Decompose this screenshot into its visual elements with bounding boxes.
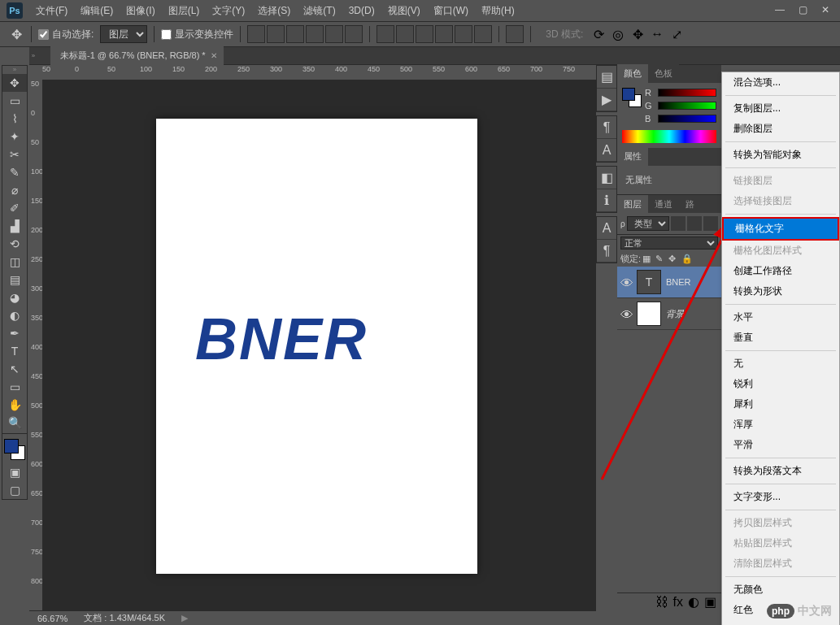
maximize-button[interactable]: ▢ — [791, 2, 814, 18]
canvas[interactable]: BNER — [156, 119, 477, 574]
context-menu-item[interactable]: 转换为段落文本 — [722, 461, 839, 481]
history-panel-icon[interactable]: ▤ — [597, 66, 616, 89]
context-menu-item[interactable]: 平滑 — [722, 435, 839, 455]
shape-tool[interactable]: ▭ — [2, 378, 27, 396]
layer-thumb-text[interactable]: T — [637, 270, 661, 294]
marquee-tool[interactable]: ▭ — [2, 92, 27, 110]
context-menu-item[interactable]: 栅格化文字 — [722, 217, 839, 241]
foreground-color[interactable] — [4, 439, 19, 454]
brush-tool[interactable]: ✐ — [2, 199, 27, 217]
minimize-button[interactable]: — — [768, 2, 791, 18]
lock-position-icon[interactable]: ✥ — [668, 254, 680, 265]
align-vcenter-icon[interactable] — [267, 25, 285, 43]
auto-select-dropdown[interactable]: 图层 — [100, 25, 147, 43]
align-top-icon[interactable] — [247, 25, 265, 43]
quickmask-tool[interactable]: ▣ — [2, 463, 27, 481]
char-style-icon[interactable]: A — [597, 217, 616, 240]
menu-type[interactable]: 文字(Y) — [206, 4, 251, 18]
mask-icon[interactable]: ◐ — [688, 594, 699, 610]
blend-mode-dropdown[interactable]: 正常 — [620, 237, 718, 250]
navigator-panel-icon[interactable]: ◧ — [597, 167, 616, 189]
character-panel-icon[interactable]: ¶ — [597, 116, 616, 139]
paths-tab[interactable]: 路 — [679, 195, 701, 213]
align-right-icon[interactable] — [345, 25, 363, 43]
history-brush-tool[interactable]: ⟲ — [2, 235, 27, 253]
auto-select-checkbox[interactable]: 自动选择: — [38, 28, 94, 41]
r-slider[interactable] — [658, 89, 716, 97]
distribute-icon[interactable] — [455, 25, 472, 43]
path-selection-tool[interactable]: ↖ — [2, 360, 27, 378]
info-panel-icon[interactable]: ℹ — [597, 189, 616, 212]
lock-transparency-icon[interactable]: ▦ — [642, 254, 654, 265]
3d-orbit-icon[interactable]: ⟳ — [590, 25, 607, 43]
dodge-tool[interactable]: ◐ — [2, 306, 27, 324]
context-menu-item[interactable]: 垂直 — [722, 328, 839, 348]
g-slider[interactable] — [658, 102, 716, 110]
layers-tab[interactable]: 图层 — [617, 195, 648, 213]
distribute-icon[interactable] — [376, 25, 394, 43]
show-transform-checkbox[interactable]: 显示变换控件 — [161, 28, 233, 41]
context-menu-item[interactable]: 混合选项... — [722, 72, 839, 93]
eyedropper-tool[interactable]: ✎ — [2, 163, 27, 181]
color-preview[interactable] — [622, 88, 642, 107]
context-menu-item[interactable]: 橙色 — [722, 620, 839, 625]
menu-window[interactable]: 窗口(W) — [427, 4, 475, 18]
properties-tab[interactable]: 属性 — [617, 147, 648, 166]
actions-panel-icon[interactable]: ▶ — [597, 89, 616, 111]
healing-brush-tool[interactable]: ⌀ — [2, 181, 27, 199]
context-menu-item[interactable]: 锐利 — [722, 374, 839, 394]
distribute-icon[interactable] — [396, 25, 414, 43]
pen-tool[interactable]: ✒ — [2, 324, 27, 342]
menu-help[interactable]: 帮助(H) — [475, 4, 521, 18]
zoom-level[interactable]: 66.67% — [37, 614, 67, 623]
layer-item-text[interactable]: 👁 T BNER — [617, 267, 721, 298]
context-menu-item[interactable]: 水平 — [722, 307, 839, 328]
paragraph-panel-icon[interactable]: A — [597, 139, 616, 162]
spectrum-bar[interactable] — [622, 130, 716, 143]
menu-image[interactable]: 图像(I) — [120, 4, 161, 18]
tools-collapse-icon[interactable]: » — [2, 66, 27, 74]
zoom-tool[interactable]: 🔍 — [2, 414, 27, 432]
auto-select-input[interactable] — [38, 29, 49, 40]
screen-mode-tool[interactable]: ▢ — [2, 481, 27, 499]
para-style-icon[interactable]: ¶ — [597, 240, 616, 263]
layer-thumb-bg[interactable] — [637, 302, 661, 326]
lasso-tool[interactable]: ⌇ — [2, 110, 27, 128]
align-bottom-icon[interactable] — [286, 25, 304, 43]
distribute-icon[interactable] — [435, 25, 453, 43]
fx-icon[interactable]: fx — [673, 595, 683, 610]
filter-type-icon[interactable] — [703, 216, 718, 231]
type-tool[interactable]: T — [2, 342, 27, 360]
distribute-icon[interactable] — [474, 25, 492, 43]
eraser-tool[interactable]: ◫ — [2, 253, 27, 271]
stamp-tool[interactable]: ▟ — [2, 217, 27, 235]
context-menu-item[interactable]: 犀利 — [722, 394, 839, 414]
channels-tab[interactable]: 通道 — [648, 195, 679, 213]
document-tab[interactable]: 未标题-1 @ 66.7% (BNER, RGB/8) * ✕ — [50, 46, 224, 65]
tab-close-icon[interactable]: ✕ — [211, 51, 217, 60]
visibility-icon[interactable]: 👁 — [620, 308, 632, 319]
context-menu-item[interactable]: 转换为智能对象 — [722, 145, 839, 165]
3d-pan-icon[interactable]: ✥ — [629, 25, 646, 43]
menu-edit[interactable]: 编辑(E) — [74, 4, 120, 18]
context-menu-item[interactable]: 转换为形状 — [722, 281, 839, 302]
visibility-icon[interactable]: 👁 — [620, 276, 632, 288]
menu-layer[interactable]: 图层(L) — [162, 4, 207, 18]
layer-item-background[interactable]: 👁 背景 — [617, 298, 721, 330]
menu-view[interactable]: 视图(V) — [381, 4, 427, 18]
move-tool[interactable]: ✥ — [2, 74, 27, 92]
color-tab[interactable]: 颜色 — [617, 64, 648, 83]
filter-kind-dropdown[interactable]: 类型 — [627, 216, 669, 231]
color-swatch[interactable] — [4, 439, 25, 460]
menu-3d[interactable]: 3D(D) — [342, 5, 381, 16]
filter-pixel-icon[interactable] — [671, 216, 685, 231]
close-button[interactable]: ✕ — [814, 2, 837, 18]
context-menu-item[interactable]: 浑厚 — [722, 414, 839, 435]
link-layers-icon[interactable]: ⛓ — [655, 595, 668, 610]
gradient-tool[interactable]: ▤ — [2, 271, 27, 289]
3d-roll-icon[interactable]: ◎ — [609, 25, 627, 43]
magic-wand-tool[interactable]: ✦ — [2, 128, 27, 145]
menu-select[interactable]: 选择(S) — [251, 4, 297, 18]
3d-zoom-icon[interactable]: ⤢ — [668, 25, 685, 43]
b-slider[interactable] — [658, 115, 716, 123]
